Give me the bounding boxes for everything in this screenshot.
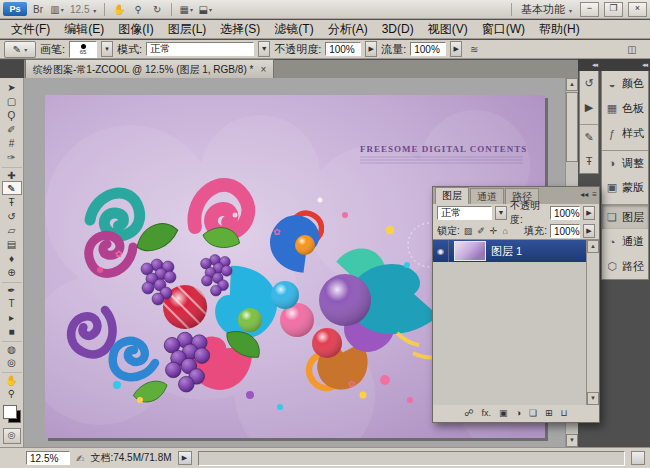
menu-item[interactable]: 3D(D) bbox=[375, 20, 421, 38]
dock-item-styles[interactable]: ƒ 样式 bbox=[602, 121, 648, 146]
foreground-color-swatch[interactable] bbox=[3, 405, 17, 419]
scroll-down-button[interactable]: ▼ bbox=[587, 392, 599, 405]
move-tool[interactable]: ➤ bbox=[2, 80, 22, 94]
layers-tab[interactable]: 图层 bbox=[435, 187, 469, 204]
eyedropper-tool[interactable]: ✑ bbox=[2, 150, 22, 164]
rectangle-tool[interactable]: ■ bbox=[2, 324, 22, 338]
blend-mode-select[interactable]: 正常 bbox=[146, 42, 254, 56]
clone-stamp-tool[interactable]: Ŧ bbox=[2, 195, 22, 209]
add-layer-mask-button[interactable]: ▣ bbox=[499, 409, 508, 418]
delete-layer-button[interactable]: ⊔ bbox=[561, 409, 568, 418]
dodge-tool[interactable]: ⊕ bbox=[2, 265, 22, 279]
dock-item-masks[interactable]: ▣ 蒙版 bbox=[602, 175, 648, 200]
menu-item[interactable]: 图层(L) bbox=[161, 19, 214, 40]
workspace-switcher[interactable]: 基本功能 ▾ bbox=[518, 2, 575, 17]
opacity-input[interactable]: 100% bbox=[325, 42, 361, 56]
actions-panel-icon[interactable]: ▶ bbox=[580, 95, 598, 119]
minimize-button[interactable]: − bbox=[580, 2, 599, 17]
lock-position-icon[interactable]: ✛ bbox=[489, 226, 499, 236]
dock-item-channels[interactable]: ◔ 通道 bbox=[602, 229, 648, 254]
scroll-up-button[interactable]: ▲ bbox=[587, 240, 599, 253]
layer-fill-input[interactable]: 100% bbox=[550, 224, 580, 238]
crop-tool[interactable]: # bbox=[2, 136, 22, 150]
menu-item[interactable]: 图像(I) bbox=[111, 19, 160, 40]
quick-selection-tool[interactable]: ✐ bbox=[2, 122, 22, 136]
menu-item[interactable]: 视图(V) bbox=[421, 19, 475, 40]
history-brush-tool[interactable]: ↺ bbox=[2, 209, 22, 223]
rotate-view-icon[interactable]: ↻ bbox=[149, 2, 165, 17]
blend-mode-dropdown-button[interactable]: ▼ bbox=[495, 206, 507, 220]
collapse-dock-button[interactable]: ◂◂ bbox=[600, 59, 650, 71]
new-group-button[interactable]: ❏ bbox=[529, 409, 537, 418]
scroll-down-button[interactable]: ▼ bbox=[566, 434, 578, 447]
gradient-tool[interactable]: ▤ bbox=[2, 237, 22, 251]
restore-button[interactable]: ❐ bbox=[604, 2, 623, 17]
brush-tool[interactable]: ✎ bbox=[2, 181, 22, 195]
flow-input[interactable]: 100% bbox=[410, 42, 446, 56]
brush-preset-picker[interactable]: 65 bbox=[69, 41, 97, 58]
collapse-panel-button[interactable]: ◂◂ bbox=[580, 190, 588, 199]
hand-tool[interactable]: ✋ bbox=[2, 372, 22, 386]
menu-item[interactable]: 编辑(E) bbox=[57, 19, 111, 40]
layer-thumbnail[interactable] bbox=[454, 241, 486, 261]
menu-item[interactable]: 滤镜(T) bbox=[267, 19, 320, 40]
lock-image-pixels-icon[interactable]: ✐ bbox=[476, 226, 486, 236]
brush-preset-dropdown-button[interactable]: ▾ bbox=[101, 41, 113, 57]
menu-item[interactable]: 文件(F) bbox=[4, 19, 57, 40]
menu-item[interactable]: 选择(S) bbox=[213, 19, 267, 40]
collapse-dock-button[interactable]: ◂◂ bbox=[578, 59, 600, 71]
layer-visibility-toggle[interactable]: ◉ bbox=[433, 240, 449, 262]
layer-opacity-slider-button[interactable]: ▶ bbox=[583, 206, 595, 220]
layer-blend-mode-select[interactable]: 正常 bbox=[437, 206, 492, 220]
view-extras-icon[interactable]: ▥▾ bbox=[49, 2, 65, 17]
close-button[interactable]: × bbox=[628, 2, 647, 17]
menu-item[interactable]: 窗口(W) bbox=[475, 19, 532, 40]
close-icon[interactable]: × bbox=[260, 64, 266, 75]
layer-row[interactable]: ◉ 图层 1 bbox=[433, 240, 588, 262]
scroll-up-button[interactable]: ▲ bbox=[566, 78, 578, 91]
zoom-level-input[interactable]: 12.5% bbox=[26, 451, 70, 465]
document-tab[interactable]: 缤纷图案-常1-ZCOOL @ 12.5% (图层 1, RGB/8) * × bbox=[25, 59, 274, 78]
zoom-tool[interactable]: ⚲ bbox=[2, 386, 22, 400]
pen-tool[interactable]: ✒ bbox=[2, 282, 22, 296]
layer-style-button[interactable]: fx. bbox=[482, 409, 492, 418]
panel-toggle-icon[interactable]: ◫ bbox=[624, 42, 640, 57]
lock-all-icon[interactable]: ⌂ bbox=[501, 226, 508, 236]
airbrush-toggle-icon[interactable]: ≋ bbox=[466, 42, 482, 57]
zoom-preset-dropdown[interactable]: 12.5 ▾ bbox=[68, 4, 98, 15]
path-selection-tool[interactable]: ▸ bbox=[2, 310, 22, 324]
type-tool[interactable]: T bbox=[2, 296, 22, 310]
panel-menu-icon[interactable]: ≡ bbox=[592, 190, 597, 199]
scrollbar-thumb[interactable] bbox=[566, 92, 578, 162]
menu-item[interactable]: 分析(A) bbox=[321, 19, 375, 40]
lasso-tool[interactable]: Ϙ bbox=[2, 108, 22, 122]
layer-fill-slider-button[interactable]: ▶ bbox=[583, 224, 595, 238]
blend-mode-dropdown-button[interactable]: ▼ bbox=[258, 41, 270, 57]
layer-list-scrollbar[interactable]: ▲ ▼ bbox=[586, 240, 599, 405]
quick-mask-button[interactable]: ◎ bbox=[3, 428, 21, 444]
hand-icon[interactable]: ✋ bbox=[111, 2, 127, 17]
dock-item-swatches[interactable]: ▦ 色板 bbox=[602, 96, 648, 121]
bridge-icon[interactable]: Br bbox=[30, 2, 46, 17]
tool-preset-picker[interactable]: ✎ ▾ bbox=[4, 41, 36, 58]
dock-item-adjustments[interactable]: ◑ 调整 bbox=[602, 150, 648, 175]
clone-source-panel-icon[interactable]: Ŧ bbox=[580, 149, 598, 173]
history-panel-icon[interactable]: ↺ bbox=[580, 71, 598, 95]
3d-rotate-tool[interactable]: ◍ bbox=[2, 341, 22, 355]
new-layer-button[interactable]: ⊞ bbox=[545, 409, 553, 418]
spot-healing-brush-tool[interactable]: ✚ bbox=[2, 167, 22, 181]
zoom-icon[interactable]: ⚲ bbox=[130, 2, 146, 17]
menu-item[interactable]: 帮助(H) bbox=[532, 19, 587, 40]
lock-transparent-pixels-icon[interactable]: ▨ bbox=[463, 226, 474, 236]
dock-item-paths[interactable]: ⬡ 路径 bbox=[602, 254, 648, 279]
rectangular-marquee-tool[interactable]: ▢ bbox=[2, 94, 22, 108]
blur-tool[interactable]: ♦ bbox=[2, 251, 22, 265]
status-expand-button[interactable]: ▶ bbox=[178, 451, 192, 465]
screen-mode-icon[interactable]: ⬓▾ bbox=[197, 2, 213, 17]
brushes-panel-icon[interactable]: ✎ bbox=[580, 124, 598, 149]
eraser-tool[interactable]: ▱ bbox=[2, 223, 22, 237]
adjustment-layer-button[interactable]: ◑ bbox=[516, 409, 521, 418]
flow-slider-button[interactable]: ▶ bbox=[450, 41, 462, 57]
arrange-documents-icon[interactable]: ▦▾ bbox=[178, 2, 194, 17]
channels-tab[interactable]: 通道 bbox=[470, 188, 504, 204]
